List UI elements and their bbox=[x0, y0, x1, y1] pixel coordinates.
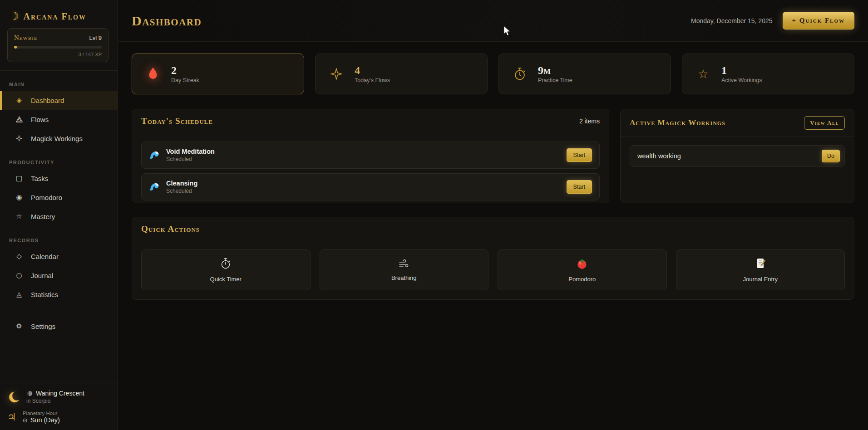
quick-action-breathing[interactable]: Breathing bbox=[320, 249, 489, 290]
sidebar-item-label: Statistics bbox=[31, 291, 58, 298]
star-outline-icon: ☆ bbox=[693, 68, 713, 80]
stat-value: 9m bbox=[538, 64, 572, 76]
moon-phase-label: Waning Crescent bbox=[36, 390, 84, 397]
wave-icon bbox=[149, 181, 160, 192]
crescent-moon-icon bbox=[5, 388, 24, 407]
sidebar-item-label: Journal bbox=[31, 272, 53, 279]
wind-breath-icon bbox=[398, 259, 410, 270]
sidebar: ☽ Arcana Flow Newbie Lvl 9 3 / 147 XP MA… bbox=[0, 0, 118, 430]
rank-label: Newbie bbox=[14, 34, 38, 42]
sidebar-item-mastery[interactable]: ☆ Mastery bbox=[0, 207, 118, 226]
four-point-star-icon bbox=[15, 135, 24, 142]
quick-action-label: Journal Entry bbox=[743, 276, 778, 283]
sidebar-item-dashboard[interactable]: ◈ Dashboard bbox=[0, 91, 118, 110]
sidebar-item-magick-workings[interactable]: Magick Workings bbox=[0, 129, 118, 148]
level-label: Lvl 9 bbox=[89, 34, 102, 41]
quick-action-quick-timer[interactable]: Quick Timer bbox=[141, 249, 311, 290]
stat-card-practice-time: 9m Practice Time bbox=[498, 54, 671, 94]
sidebar-item-label: Mastery bbox=[31, 213, 55, 220]
planetary-hour-value: Sun (Day) bbox=[30, 416, 60, 424]
xp-progress-bar bbox=[14, 46, 102, 49]
triangle-dot-statistics-icon: ◬ bbox=[15, 290, 24, 298]
sidebar-divider bbox=[0, 70, 118, 71]
square-tasks-icon: □ bbox=[15, 174, 24, 182]
gear-icon: ⚙ bbox=[15, 322, 24, 330]
sidebar-item-journal[interactable]: ○ Journal bbox=[0, 266, 118, 285]
main-area: Dashboard Monday, December 15, 2025 + Qu… bbox=[118, 0, 868, 430]
planetary-hour-row: ♃ Planetary Hour ⊙ Sun (Day) bbox=[7, 410, 109, 424]
sidebar-item-label: Flows bbox=[31, 116, 49, 123]
stat-label: Practice Time bbox=[538, 77, 572, 83]
stat-value: 4 bbox=[355, 64, 390, 76]
stat-label: Day Streak bbox=[171, 77, 199, 83]
sidebar-nav: MAIN ◈ Dashboard Flows Magick Workings P… bbox=[0, 77, 118, 336]
sidebar-item-label: Settings bbox=[31, 322, 55, 330]
app-root: ☽ Arcana Flow Newbie Lvl 9 3 / 147 XP MA… bbox=[0, 0, 868, 430]
quick-action-journal-entry[interactable]: Journal Entry bbox=[676, 249, 845, 290]
stat-value: 1 bbox=[721, 64, 762, 76]
stat-card-active-workings: ☆ 1 Active Workings bbox=[682, 54, 854, 94]
moon-phase-row: Waning Crescent in Scorpio bbox=[7, 390, 109, 404]
do-button[interactable]: Do bbox=[822, 150, 840, 162]
start-button[interactable]: Start bbox=[567, 148, 592, 162]
spark-star-icon bbox=[326, 67, 346, 81]
stat-label: Active Workings bbox=[721, 77, 762, 83]
page-title: Dashboard bbox=[132, 13, 202, 29]
sidebar-item-label: Magick Workings bbox=[31, 135, 83, 142]
sun-glyph-icon: ⊙ bbox=[23, 417, 28, 424]
sidebar-footer: Waning Crescent in Scorpio ♃ Planetary H… bbox=[0, 382, 118, 430]
schedule-item[interactable]: Void Meditation Scheduled Start bbox=[141, 142, 600, 169]
waning-crescent-phase-icon bbox=[26, 390, 33, 397]
diamond-outline-calendar-icon: ◇ bbox=[15, 252, 24, 260]
current-date: Monday, December 15, 2025 bbox=[691, 17, 773, 24]
page-header: Dashboard Monday, December 15, 2025 + Qu… bbox=[118, 0, 868, 42]
stat-card-day-streak: 2 Day Streak bbox=[132, 54, 304, 94]
jupiter-glyph-icon: ♃ bbox=[7, 412, 16, 422]
quick-action-label: Breathing bbox=[391, 274, 417, 281]
app-logo: ☽ Arcana Flow bbox=[0, 8, 118, 28]
nav-section-main: MAIN bbox=[0, 77, 118, 91]
schedule-item-status: Scheduled bbox=[166, 156, 215, 162]
memo-icon bbox=[755, 257, 766, 271]
quick-action-label: Pomodoro bbox=[568, 276, 596, 283]
view-all-button[interactable]: View All bbox=[804, 116, 845, 130]
triangle-flows-icon bbox=[15, 116, 24, 123]
dashboard-content: 2 Day Streak 4 Today's Flows bbox=[118, 42, 868, 300]
stopwatch-icon bbox=[510, 67, 530, 81]
sidebar-item-tasks[interactable]: □ Tasks bbox=[0, 169, 118, 188]
sidebar-item-flows[interactable]: Flows bbox=[0, 110, 118, 129]
app-title: Arcana Flow bbox=[24, 11, 86, 22]
working-name: wealth working bbox=[637, 152, 681, 160]
schedule-item[interactable]: Cleansing Scheduled Start bbox=[141, 173, 600, 200]
schedule-item-name: Void Meditation bbox=[166, 148, 215, 155]
stat-card-todays-flows: 4 Today's Flows bbox=[315, 54, 488, 94]
quick-action-pomodoro[interactable]: Pomodoro bbox=[498, 249, 667, 290]
schedule-item-count: 2 items bbox=[579, 117, 600, 125]
fisheye-pomodoro-icon: ◉ bbox=[15, 193, 24, 201]
nav-section-records: RECORDS bbox=[0, 233, 118, 247]
sidebar-item-label: Calendar bbox=[31, 253, 59, 260]
tomato-icon bbox=[576, 257, 588, 271]
quick-action-label: Quick Timer bbox=[210, 276, 242, 283]
schedule-item-name: Cleansing bbox=[166, 180, 197, 187]
todays-schedule-panel: Today's Schedule 2 items Void Meditation… bbox=[132, 109, 609, 203]
moon-zodiac-label: in Scorpio bbox=[26, 398, 84, 404]
working-item[interactable]: wealth working Do bbox=[630, 145, 845, 167]
middle-row: Today's Schedule 2 items Void Meditation… bbox=[132, 109, 854, 203]
sidebar-item-label: Dashboard bbox=[31, 97, 64, 104]
diamond-dashboard-icon: ◈ bbox=[15, 96, 24, 104]
sidebar-item-settings[interactable]: ⚙ Settings bbox=[0, 317, 118, 336]
quick-flow-button[interactable]: + Quick Flow bbox=[783, 12, 855, 29]
streak-flame-icon bbox=[143, 66, 163, 82]
workings-panel-title: Active Magick Workings bbox=[630, 118, 725, 127]
xp-progress-fill bbox=[14, 46, 17, 49]
start-button[interactable]: Start bbox=[567, 180, 592, 194]
stat-value: 2 bbox=[171, 64, 199, 76]
star-mastery-icon: ☆ bbox=[15, 212, 24, 220]
sidebar-item-pomodoro[interactable]: ◉ Pomodoro bbox=[0, 188, 118, 207]
sidebar-item-calendar[interactable]: ◇ Calendar bbox=[0, 247, 118, 266]
stat-label: Today's Flows bbox=[355, 77, 390, 83]
sidebar-item-statistics[interactable]: ◬ Statistics bbox=[0, 285, 118, 304]
quick-actions-grid: Quick Timer Breathing bbox=[141, 249, 845, 290]
nav-section-productivity: PRODUCTIVITY bbox=[0, 155, 118, 169]
